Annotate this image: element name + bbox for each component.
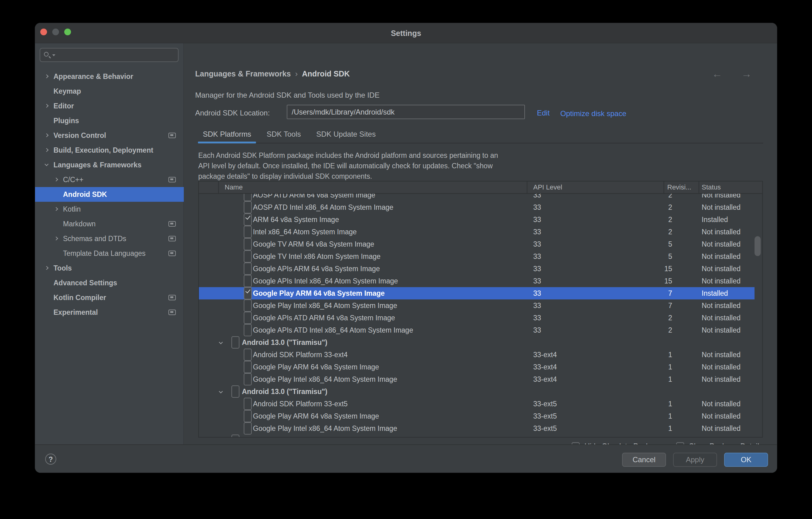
package-checkbox[interactable]: [244, 194, 252, 201]
cell-name: Android 13.0 ("Tiramisu"): [242, 336, 327, 348]
package-checkbox[interactable]: [244, 324, 252, 336]
table-row-android-sdk-platform-33-ext5[interactable]: Android SDK Platform 33-ext533-ext51Not …: [199, 398, 755, 410]
table-row-google-play-intel-x86-64-atom-system-image[interactable]: Google Play Intel x86_64 Atom System Ima…: [199, 373, 755, 386]
table-row-google-play-arm-64-v8a-system-image[interactable]: Google Play ARM 64 v8a System Image337In…: [199, 287, 755, 299]
table-row-google-tv-intel-x86-atom-system-image[interactable]: Google TV Intel x86 Atom System Image335…: [199, 250, 755, 263]
table-row-aosp-atd-intel-x86-64-atom-system-image[interactable]: AOSP ATD Intel x86_64 Atom System Image3…: [199, 201, 755, 213]
table-row-google-apis-atd-arm-64-v8a-system-image[interactable]: Google APIs ATD ARM 64 v8a System Image3…: [199, 312, 755, 324]
apply-button[interactable]: Apply: [673, 453, 717, 467]
table-row-google-apis-arm-64-v8a-system-image[interactable]: Google APIs ARM 64 v8a System Image3315N…: [199, 263, 755, 275]
package-checkbox[interactable]: [244, 410, 252, 422]
chevron-right-icon[interactable]: [54, 178, 58, 182]
sidebar-item-kotlin-compiler[interactable]: Kotlin Compiler: [35, 290, 184, 305]
sidebar-item-template-data-languages[interactable]: Template Data Languages: [35, 246, 184, 261]
ok-button[interactable]: OK: [724, 453, 768, 467]
chevron-right-icon[interactable]: [45, 133, 49, 137]
help-button[interactable]: ?: [45, 454, 56, 465]
column-header-name[interactable]: Name: [225, 182, 243, 194]
package-checkbox[interactable]: [244, 287, 252, 299]
sidebar-item-android-sdk[interactable]: Android SDK: [35, 187, 184, 202]
sidebar-item-languages-frameworks[interactable]: Languages & Frameworks: [35, 157, 184, 172]
chevron-right-icon[interactable]: [45, 148, 49, 152]
search-history-chevron-icon[interactable]: [52, 54, 55, 56]
sidebar-item-kotlin[interactable]: Kotlin: [35, 202, 184, 216]
search-input[interactable]: [57, 49, 174, 61]
cancel-button[interactable]: Cancel: [622, 453, 666, 467]
package-checkbox[interactable]: [244, 226, 252, 238]
tab-sdk-tools[interactable]: SDK Tools: [262, 126, 306, 143]
sidebar-item-markdown[interactable]: Markdown: [35, 216, 184, 231]
table-row-android-13-0-tiramisu[interactable]: Android 13.0 ("Tiramisu"): [199, 336, 755, 348]
table-row-intel-x86-64-atom-system-image[interactable]: Intel x86_64 Atom System Image332Not ins…: [199, 226, 755, 238]
sidebar-item-tools[interactable]: Tools: [35, 261, 184, 275]
breadcrumb-parent[interactable]: Languages & Frameworks: [195, 69, 291, 78]
cell-api: 33: [533, 287, 541, 299]
package-checkbox[interactable]: [244, 275, 252, 287]
tab-sdk-update-sites[interactable]: SDK Update Sites: [311, 126, 380, 143]
chevron-down-icon[interactable]: [219, 340, 223, 344]
sidebar-item-plugins[interactable]: Plugins: [35, 113, 184, 128]
history-nav-arrows[interactable]: ← →: [712, 68, 760, 80]
chevron-down-icon[interactable]: [45, 162, 49, 166]
chevron-down-icon[interactable]: [219, 389, 223, 393]
package-checkbox[interactable]: [244, 213, 252, 226]
column-header-api-level[interactable]: API Level: [533, 182, 562, 194]
cell-api: 33: [533, 250, 541, 263]
table-row-google-apis-atd-intel-x86-64-atom-system-image[interactable]: Google APIs ATD Intel x86_64 Atom System…: [199, 324, 755, 336]
table-row-android-13-0-tiramisu[interactable]: Android 13.0 ("Tiramisu"): [199, 386, 755, 398]
chevron-right-icon[interactable]: [54, 237, 58, 241]
column-header-revision[interactable]: Revisi...: [667, 182, 691, 194]
table-row-google-play-arm-64-v8a-system-image[interactable]: Google Play ARM 64 v8a System Image33-ex…: [199, 361, 755, 373]
package-checkbox[interactable]: [244, 422, 252, 434]
chevron-right-icon[interactable]: [45, 74, 49, 78]
edit-link[interactable]: Edit: [537, 109, 550, 117]
table-row-google-play-intel-x86-64-atom-system-image[interactable]: Google Play Intel x86_64 Atom System Ima…: [199, 422, 755, 434]
package-checkbox[interactable]: [244, 312, 252, 324]
sidebar-item-keymap[interactable]: Keymap: [35, 84, 184, 99]
sidebar-item-advanced-settings[interactable]: Advanced Settings: [35, 275, 184, 290]
cell-status: Not installed: [702, 250, 741, 263]
package-checkbox[interactable]: [244, 238, 252, 250]
sidebar-item-c-c[interactable]: C/C++: [35, 172, 184, 187]
table-row-google-play-arm-64-v8a-system-image[interactable]: Google Play ARM 64 v8a System Image33-ex…: [199, 410, 755, 422]
column-header-status[interactable]: Status: [702, 182, 721, 194]
sidebar-item-schemas-and-dtds[interactable]: Schemas and DTDs: [35, 231, 184, 246]
optimize-disk-space-link[interactable]: Optimize disk space: [560, 109, 626, 119]
chevron-right-icon[interactable]: [54, 207, 58, 211]
chevron-right-icon[interactable]: [45, 266, 49, 270]
package-checkbox[interactable]: [244, 361, 252, 373]
sidebar-item-editor[interactable]: Editor: [35, 99, 184, 113]
package-checkbox[interactable]: [244, 373, 252, 386]
package-checkbox[interactable]: [244, 348, 252, 361]
cell-name: Google APIs ATD Intel x86_64 Atom System…: [253, 324, 413, 336]
sidebar-item-build-execution-deployment[interactable]: Build, Execution, Deployment: [35, 143, 184, 157]
package-checkbox[interactable]: [244, 263, 252, 275]
tab-sdk-platforms[interactable]: SDK Platforms: [198, 126, 256, 143]
settings-search-field[interactable]: [40, 48, 179, 62]
package-checkbox[interactable]: [244, 398, 252, 410]
package-checkbox[interactable]: [244, 250, 252, 263]
sidebar-item-label: Keymap: [54, 84, 81, 99]
table-row-row[interactable]: [199, 434, 755, 437]
package-checkbox[interactable]: [231, 434, 239, 437]
table-row-aosp-atd-arm-64-v8a-system-image[interactable]: AOSP ATD ARM 64 v8a System Image332Not i…: [199, 194, 755, 201]
sidebar-item-version-control[interactable]: Version Control: [35, 128, 184, 143]
table-row-android-sdk-platform-33-ext4[interactable]: Android SDK Platform 33-ext433-ext41Not …: [199, 348, 755, 361]
sdk-tabs: SDK Platforms SDK Tools SDK Update Sites: [198, 126, 763, 144]
table-row-arm-64-v8a-system-image[interactable]: ARM 64 v8a System Image332Installed: [199, 213, 755, 226]
package-checkbox[interactable]: [231, 336, 239, 348]
chevron-right-icon[interactable]: [45, 104, 49, 108]
package-checkbox[interactable]: [231, 386, 239, 398]
sdk-location-input[interactable]: [287, 105, 525, 119]
package-checkbox[interactable]: [244, 201, 252, 213]
cell-status: Not installed: [702, 238, 741, 250]
table-row-google-play-intel-x86-64-atom-system-image[interactable]: Google Play Intel x86_64 Atom System Ima…: [199, 299, 755, 312]
project-settings-icon: [168, 177, 176, 182]
scrollbar-thumb[interactable]: [755, 236, 761, 256]
package-checkbox[interactable]: [244, 299, 252, 312]
cell-api: 33: [533, 324, 541, 336]
sidebar-item-experimental[interactable]: Experimental: [35, 305, 184, 320]
table-row-google-apis-intel-x86-64-atom-system-image[interactable]: Google APIs Intel x86_64 Atom System Ima…: [199, 275, 755, 287]
table-row-google-tv-arm-64-v8a-system-image[interactable]: Google TV ARM 64 v8a System Image335Not …: [199, 238, 755, 250]
sidebar-item-appearance-behavior[interactable]: Appearance & Behavior: [35, 69, 184, 84]
